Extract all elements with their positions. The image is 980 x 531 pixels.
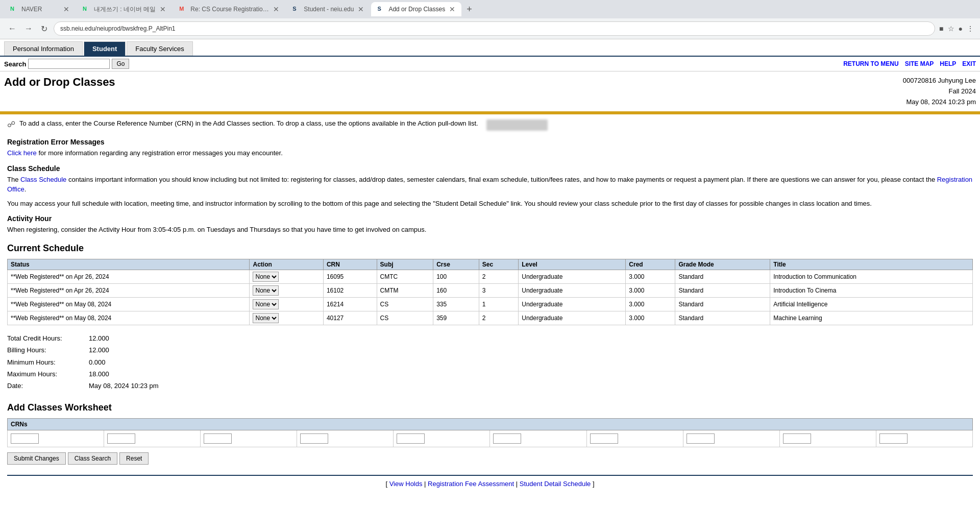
close-tab-naver[interactable]: ✕ [63,5,69,13]
action-select-2[interactable]: None [253,299,279,309]
action-select-0[interactable]: None [253,272,279,282]
crn-input-5[interactable] [397,433,425,444]
student-favicon: S [292,6,300,13]
cell-cred-2: 3.000 [626,297,675,311]
site-map-link[interactable]: SITE MAP [905,60,934,67]
cell-action-2[interactable]: None [250,297,323,311]
action-select-1[interactable]: None [253,285,279,296]
nav-tabs: Personal Information Student Faculty Ser… [0,41,980,56]
cell-subj-0: CMTC [377,270,433,283]
bookmark-button[interactable]: ☆ [948,25,954,33]
tab-gmail[interactable]: M Re: CS Course Registration Req... ✕ [173,2,285,16]
add-drop-favicon: S [377,6,384,13]
address-bar: ← → ↻ ssb.neiu.edu/neiuprod/bwskfreg.P_A… [0,18,980,39]
crn-cell-7 [586,430,683,447]
tab-title-naver: NAVER [21,6,59,13]
crn-input-4[interactable] [300,433,328,444]
forward-button[interactable]: → [22,22,35,35]
registration-error-section: Registration Error Messages Click here f… [7,138,973,158]
cell-crse-2: 335 [433,297,479,311]
close-tab-gmail[interactable]: ✕ [273,5,279,13]
cell-subj-1: CMTM [377,283,433,297]
go-button[interactable]: Go [112,59,129,69]
crn-input-9[interactable] [783,433,811,444]
tab-faculty-services[interactable]: Faculty Services [127,41,192,56]
crn-cell-8 [683,430,779,447]
crn-input-7[interactable] [590,433,618,444]
table-row-2: **Web Registered** on May 08, 2024None16… [8,297,973,311]
profile-button[interactable]: ● [959,25,963,33]
class-search-button[interactable]: Class Search [68,452,117,465]
crn-input-2[interactable] [107,433,135,444]
tab-naver-mail[interactable]: N 내게쓰기 : 네이버 메일 ✕ [77,2,172,16]
click-here-link[interactable]: Click here [7,149,37,157]
reset-button[interactable]: Reset [119,452,149,465]
blurred-button [486,119,548,131]
crn-input-10[interactable] [879,433,908,444]
class-schedule-body2: You may access your full schedule with l… [7,199,973,209]
crn-input-6[interactable] [493,433,521,444]
exit-link[interactable]: EXIT [962,60,976,67]
tab-title-naver-mail: 내게쓰기 : 네이버 메일 [94,5,156,14]
maximum-hours-label: Maximum Hours: [7,368,89,380]
cell-action-1[interactable]: None [250,283,323,297]
close-tab-naver-mail[interactable]: ✕ [160,5,166,13]
cell-level-1: Undergraduate [519,283,626,297]
back-button[interactable]: ← [6,22,18,35]
crn-cell-6 [490,430,586,447]
tab-naver[interactable]: N NAVER ✕ [4,2,76,16]
class-schedule-link[interactable]: Class Schedule [20,176,66,183]
new-tab-button[interactable]: + [462,4,476,15]
url-bar[interactable]: ssb.neiu.edu/neiuprod/bwskfreg.P_AltPin1 [54,21,935,36]
tab-title-student: Student - neiu.edu [304,6,354,13]
student-detail-schedule-link[interactable]: Student Detail Schedule [520,480,591,488]
class-schedule-heading: Class Schedule [7,164,973,173]
search-input[interactable] [28,59,110,69]
cell-crn-0: 16095 [323,270,377,283]
cell-grade_mode-2: Standard [675,297,770,311]
tab-bar: N NAVER ✕ N 내게쓰기 : 네이버 메일 ✕ M Re: CS Cou… [0,0,980,18]
cell-crse-3: 359 [433,311,479,325]
cell-title-1: Introduction To Cinema [770,283,973,297]
menu-button[interactable]: ⋮ [967,25,974,33]
col-title: Title [770,259,973,270]
reload-button[interactable]: ↻ [39,22,50,36]
current-schedule-heading: Current Schedule [7,243,973,254]
info-message-box: ☍ To add a class, enter the Course Refer… [7,119,973,131]
cell-status-0: **Web Registered** on Apr 26, 2024 [8,270,250,283]
cell-title-0: Introduction to Communication [770,270,973,283]
col-cred: Cred [626,259,675,270]
cell-crse-0: 100 [433,270,479,283]
registration-fee-link[interactable]: Registration Fee Assessment [428,480,514,488]
gmail-favicon: M [179,6,186,13]
tab-student[interactable]: Student [84,41,126,56]
close-tab-add-drop[interactable]: ✕ [449,5,455,13]
action-select-3[interactable]: None [253,313,279,323]
cell-grade_mode-3: Standard [675,311,770,325]
help-link[interactable]: HELP [940,60,956,67]
view-holds-link[interactable]: View Holds [389,480,423,488]
toolbar-links: RETURN TO MENU SITE MAP HELP EXIT [843,60,976,67]
tab-personal-information[interactable]: Personal Information [4,41,83,56]
crn-input-8[interactable] [687,433,715,444]
cell-cred-0: 3.000 [626,270,675,283]
date-label: Date: [7,380,89,392]
naver-mail-favicon: N [83,6,90,13]
cell-sec-3: 2 [479,311,519,325]
cell-action-3[interactable]: None [250,311,323,325]
cell-action-0[interactable]: None [250,270,323,283]
close-tab-student[interactable]: ✕ [358,5,364,13]
crn-cell-10 [876,430,972,447]
browser-chrome: N NAVER ✕ N 내게쓰기 : 네이버 메일 ✕ M Re: CS Cou… [0,0,980,39]
tab-add-drop[interactable]: S Add or Drop Classes ✕ [371,2,461,16]
cell-crse-1: 160 [433,283,479,297]
submit-changes-button[interactable]: Submit Changes [7,452,66,465]
registration-error-heading: Registration Error Messages [7,138,973,146]
return-to-menu-link[interactable]: RETURN TO MENU [843,60,898,67]
tab-student[interactable]: S Student - neiu.edu ✕ [286,2,370,16]
extensions-button[interactable]: ■ [939,25,943,33]
crn-input-3[interactable] [204,433,232,444]
cell-level-2: Undergraduate [519,297,626,311]
table-row-3: **Web Registered** on May 08, 2024None40… [8,311,973,325]
crn-input-1[interactable] [11,433,39,444]
